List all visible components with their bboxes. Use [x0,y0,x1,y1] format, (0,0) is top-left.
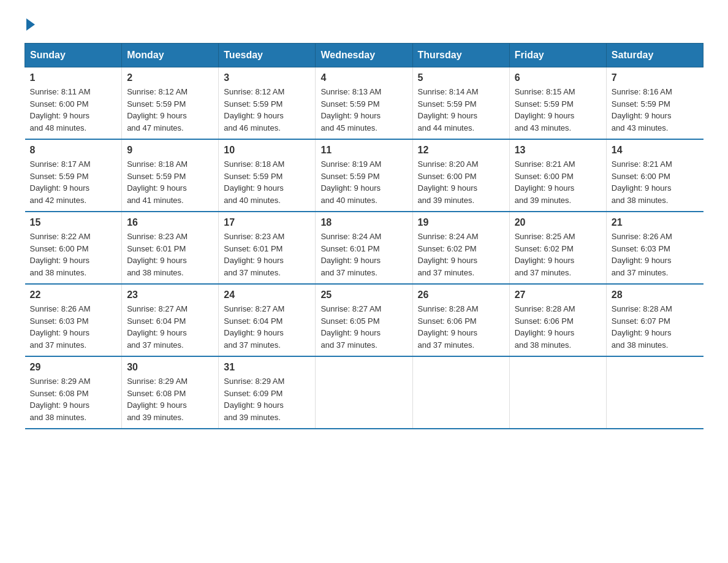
day-info: Sunrise: 8:21 AMSunset: 6:00 PMDaylight:… [612,158,699,206]
day-info: Sunrise: 8:18 AMSunset: 5:59 PMDaylight:… [224,158,310,206]
day-info: Sunrise: 8:29 AMSunset: 6:08 PMDaylight:… [127,375,213,423]
day-info: Sunrise: 8:19 AMSunset: 5:59 PMDaylight:… [320,158,407,206]
day-info: Sunrise: 8:16 AMSunset: 5:59 PMDaylight:… [612,86,699,134]
calendar-cell: 12Sunrise: 8:20 AMSunset: 6:00 PMDayligh… [412,139,509,212]
header-saturday: Saturday [606,44,703,67]
day-number: 28 [612,289,699,301]
day-number: 31 [224,362,310,373]
calendar-cell [316,356,412,429]
day-number: 19 [418,217,504,228]
header-thursday: Thursday [412,44,509,67]
day-number: 18 [320,217,407,228]
day-number: 5 [418,72,504,83]
day-number: 10 [224,145,310,156]
calendar-cell: 4Sunrise: 8:13 AMSunset: 5:59 PMDaylight… [316,67,412,140]
day-number: 13 [515,145,601,156]
day-number: 12 [418,145,504,156]
logo-arrow-icon [26,18,35,31]
day-info: Sunrise: 8:18 AMSunset: 5:59 PMDaylight:… [127,158,213,206]
calendar-cell: 2Sunrise: 8:12 AMSunset: 5:59 PMDaylight… [122,67,219,140]
calendar-cell: 13Sunrise: 8:21 AMSunset: 6:00 PMDayligh… [509,139,606,212]
calendar-table: SundayMondayTuesdayWednesdayThursdayFrid… [25,43,703,429]
calendar-cell [412,356,509,429]
header-monday: Monday [122,44,219,67]
day-number: 4 [320,72,407,83]
page-header [25,18,703,31]
logo [25,18,37,31]
day-info: Sunrise: 8:29 AMSunset: 6:09 PMDaylight:… [224,375,310,423]
calendar-cell: 17Sunrise: 8:23 AMSunset: 6:01 PMDayligh… [219,212,316,284]
day-number: 14 [612,145,699,156]
day-number: 3 [224,72,310,83]
day-info: Sunrise: 8:14 AMSunset: 5:59 PMDaylight:… [418,86,504,134]
day-info: Sunrise: 8:22 AMSunset: 6:00 PMDaylight:… [30,231,117,278]
day-info: Sunrise: 8:27 AMSunset: 6:05 PMDaylight:… [320,303,407,351]
calendar-cell: 9Sunrise: 8:18 AMSunset: 5:59 PMDaylight… [122,139,219,212]
calendar-cell: 20Sunrise: 8:25 AMSunset: 6:02 PMDayligh… [509,212,606,284]
calendar-cell [509,356,606,429]
calendar-cell: 23Sunrise: 8:27 AMSunset: 6:04 PMDayligh… [122,284,219,356]
day-number: 17 [224,217,310,228]
calendar-cell: 22Sunrise: 8:26 AMSunset: 6:03 PMDayligh… [25,284,122,356]
calendar-week-row: 22Sunrise: 8:26 AMSunset: 6:03 PMDayligh… [25,284,703,356]
calendar-cell: 24Sunrise: 8:27 AMSunset: 6:04 PMDayligh… [219,284,316,356]
calendar-cell: 25Sunrise: 8:27 AMSunset: 6:05 PMDayligh… [316,284,412,356]
day-info: Sunrise: 8:21 AMSunset: 6:00 PMDaylight:… [515,158,601,206]
calendar-cell: 31Sunrise: 8:29 AMSunset: 6:09 PMDayligh… [219,356,316,429]
day-number: 7 [612,72,699,83]
day-info: Sunrise: 8:13 AMSunset: 5:59 PMDaylight:… [320,86,407,134]
day-info: Sunrise: 8:26 AMSunset: 6:03 PMDaylight:… [30,303,117,351]
calendar-week-row: 1Sunrise: 8:11 AMSunset: 6:00 PMDaylight… [25,67,703,140]
day-info: Sunrise: 8:12 AMSunset: 5:59 PMDaylight:… [224,86,310,134]
day-info: Sunrise: 8:27 AMSunset: 6:04 PMDaylight:… [127,303,213,351]
day-info: Sunrise: 8:24 AMSunset: 6:02 PMDaylight:… [418,231,504,278]
calendar-cell: 10Sunrise: 8:18 AMSunset: 5:59 PMDayligh… [219,139,316,212]
calendar-cell: 5Sunrise: 8:14 AMSunset: 5:59 PMDaylight… [412,67,509,140]
day-info: Sunrise: 8:25 AMSunset: 6:02 PMDaylight:… [515,231,601,278]
day-info: Sunrise: 8:12 AMSunset: 5:59 PMDaylight:… [127,86,213,134]
calendar-cell: 18Sunrise: 8:24 AMSunset: 6:01 PMDayligh… [316,212,412,284]
day-number: 23 [127,289,213,301]
day-info: Sunrise: 8:20 AMSunset: 6:00 PMDaylight:… [418,158,504,206]
day-info: Sunrise: 8:11 AMSunset: 6:00 PMDaylight:… [30,86,117,134]
calendar-cell: 14Sunrise: 8:21 AMSunset: 6:00 PMDayligh… [606,139,703,212]
day-info: Sunrise: 8:28 AMSunset: 6:07 PMDaylight:… [612,303,699,351]
day-info: Sunrise: 8:23 AMSunset: 6:01 PMDaylight:… [127,231,213,278]
header-friday: Friday [509,44,606,67]
calendar-cell: 28Sunrise: 8:28 AMSunset: 6:07 PMDayligh… [606,284,703,356]
calendar-week-row: 29Sunrise: 8:29 AMSunset: 6:08 PMDayligh… [25,356,703,429]
calendar-cell: 19Sunrise: 8:24 AMSunset: 6:02 PMDayligh… [412,212,509,284]
calendar-cell [606,356,703,429]
day-number: 22 [30,289,117,301]
day-info: Sunrise: 8:29 AMSunset: 6:08 PMDaylight:… [30,375,117,423]
day-number: 16 [127,217,213,228]
day-info: Sunrise: 8:28 AMSunset: 6:06 PMDaylight:… [418,303,504,351]
day-info: Sunrise: 8:28 AMSunset: 6:06 PMDaylight:… [515,303,601,351]
day-number: 26 [418,289,504,301]
calendar-cell: 3Sunrise: 8:12 AMSunset: 5:59 PMDaylight… [219,67,316,140]
day-info: Sunrise: 8:27 AMSunset: 6:04 PMDaylight:… [224,303,310,351]
calendar-cell: 26Sunrise: 8:28 AMSunset: 6:06 PMDayligh… [412,284,509,356]
header-tuesday: Tuesday [219,44,316,67]
day-number: 2 [127,72,213,83]
day-number: 6 [515,72,601,83]
day-number: 20 [515,217,601,228]
calendar-cell: 11Sunrise: 8:19 AMSunset: 5:59 PMDayligh… [316,139,412,212]
header-wednesday: Wednesday [316,44,412,67]
day-number: 1 [30,72,117,83]
calendar-cell: 21Sunrise: 8:26 AMSunset: 6:03 PMDayligh… [606,212,703,284]
day-number: 25 [320,289,407,301]
day-number: 8 [30,145,117,156]
calendar-cell: 30Sunrise: 8:29 AMSunset: 6:08 PMDayligh… [122,356,219,429]
calendar-cell: 15Sunrise: 8:22 AMSunset: 6:00 PMDayligh… [25,212,122,284]
day-number: 30 [127,362,213,373]
calendar-cell: 27Sunrise: 8:28 AMSunset: 6:06 PMDayligh… [509,284,606,356]
day-info: Sunrise: 8:24 AMSunset: 6:01 PMDaylight:… [320,231,407,278]
day-info: Sunrise: 8:17 AMSunset: 5:59 PMDaylight:… [30,158,117,206]
calendar-cell: 1Sunrise: 8:11 AMSunset: 6:00 PMDaylight… [25,67,122,140]
day-number: 9 [127,145,213,156]
day-number: 24 [224,289,310,301]
calendar-cell: 16Sunrise: 8:23 AMSunset: 6:01 PMDayligh… [122,212,219,284]
day-number: 15 [30,217,117,228]
day-info: Sunrise: 8:23 AMSunset: 6:01 PMDaylight:… [224,231,310,278]
